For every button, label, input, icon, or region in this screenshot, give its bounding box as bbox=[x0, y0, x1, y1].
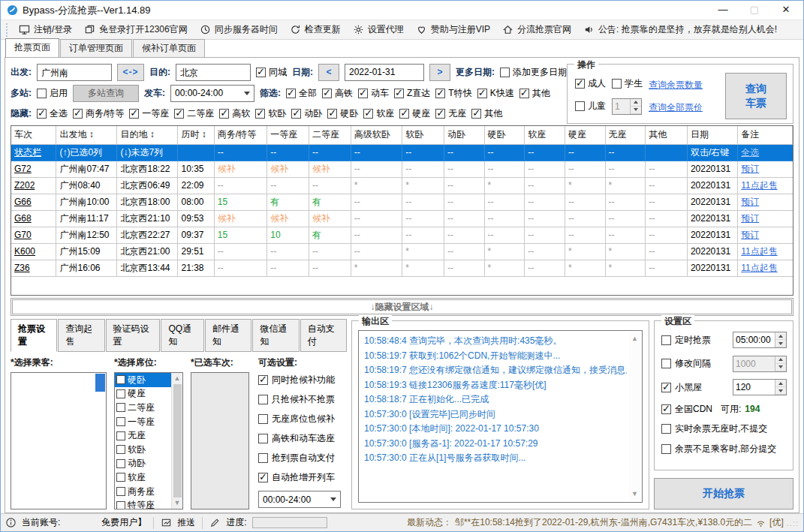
settings-tab[interactable]: 自动支付 bbox=[300, 319, 347, 352]
checkbox-box[interactable] bbox=[327, 109, 337, 119]
maximize-button[interactable]: ▢ bbox=[739, 1, 770, 20]
train-type-filter-checkbox[interactable]: 其他 bbox=[519, 87, 550, 100]
spin-down-icon[interactable] bbox=[775, 387, 786, 395]
checkbox-box[interactable] bbox=[471, 109, 481, 119]
column-header[interactable]: 出发地 ↕ bbox=[56, 126, 117, 144]
toolbar-item[interactable]: 设置代理 bbox=[348, 22, 409, 38]
checkbox-box[interactable] bbox=[258, 434, 268, 443]
hide-seat-checkbox[interactable]: 高软 bbox=[219, 107, 250, 120]
checkbox-box[interactable] bbox=[116, 459, 125, 468]
column-header[interactable]: 硬卧 bbox=[484, 126, 525, 144]
option-checkbox[interactable]: 无座席位也候补 bbox=[258, 413, 347, 425]
column-header[interactable]: 二等座 bbox=[309, 126, 351, 144]
checkbox-box[interactable] bbox=[116, 417, 125, 426]
table-row[interactable]: G70广州南12:50北京西22:2709:371510有-----------… bbox=[11, 227, 793, 243]
table-row[interactable]: G66广州南10:00北京西18:0008:0015有有------------… bbox=[11, 194, 793, 210]
option-checkbox[interactable]: 同时抢候补功能 bbox=[258, 374, 347, 386]
checkbox-box[interactable] bbox=[174, 109, 184, 119]
cell-action[interactable]: 11点起售 bbox=[738, 177, 793, 194]
checkbox-box[interactable] bbox=[363, 109, 373, 119]
checkbox-box[interactable] bbox=[500, 68, 510, 77]
cell-train[interactable]: G70 bbox=[11, 227, 56, 243]
checkbox-box[interactable] bbox=[661, 424, 671, 434]
checkbox-box[interactable] bbox=[258, 375, 268, 385]
checkbox-box[interactable] bbox=[399, 109, 409, 119]
cell-action[interactable]: 全选 bbox=[738, 144, 793, 161]
option-checkbox[interactable]: 自动抢增开列车 bbox=[258, 471, 347, 484]
scroll-down-icon[interactable]: ▼ bbox=[174, 500, 181, 506]
checkbox-box[interactable] bbox=[575, 79, 585, 89]
date-prev-button[interactable]: < bbox=[318, 64, 339, 81]
seat-option[interactable]: 硬卧 bbox=[115, 373, 171, 387]
minimize-button[interactable]: — bbox=[707, 1, 739, 20]
checkbox-box[interactable] bbox=[37, 109, 47, 119]
main-tab[interactable]: 候补订单页面 bbox=[133, 39, 205, 57]
seat-scrollbar[interactable]: ▲ ▼ bbox=[171, 373, 182, 509]
checkbox-box[interactable] bbox=[477, 89, 487, 98]
resize-grip[interactable]: ..:: bbox=[787, 518, 799, 527]
hide-seat-checkbox[interactable]: 其他 bbox=[471, 107, 502, 120]
output-log[interactable]: 10:58:48:4 查询完毕，本次查询共用时:435毫秒。10:58:19:7… bbox=[358, 330, 643, 503]
train-type-filter-checkbox[interactable]: Z直达 bbox=[394, 87, 430, 100]
interval-spinner[interactable]: 1000 bbox=[733, 356, 787, 372]
settings-tab[interactable]: 验证码设置 bbox=[106, 319, 161, 352]
checkbox-box[interactable] bbox=[258, 453, 268, 463]
checkbox-box[interactable] bbox=[258, 395, 268, 404]
settings-tab[interactable]: 邮件通知 bbox=[205, 319, 251, 352]
hide-seat-checkbox[interactable]: 动卧 bbox=[291, 107, 322, 120]
column-header[interactable]: 备注 bbox=[738, 126, 793, 144]
toolbar-item[interactable]: 注销/登录 bbox=[14, 22, 77, 38]
column-header[interactable]: 历时 ↕ bbox=[178, 126, 214, 144]
train-type-filter-checkbox[interactable]: K快速 bbox=[477, 87, 514, 100]
option-checkbox[interactable]: 高铁和动车选座 bbox=[258, 432, 347, 445]
date-next-button[interactable]: > bbox=[429, 64, 450, 81]
seat-option[interactable]: 硬座 bbox=[115, 387, 171, 401]
checkbox-box[interactable] bbox=[116, 445, 125, 454]
table-row[interactable]: Z202广州08:40北京西06:4922:09------**--*--**-… bbox=[11, 177, 793, 194]
cell-train[interactable]: G66 bbox=[11, 194, 56, 210]
toolbar-item[interactable]: 同步服务器时间 bbox=[194, 22, 283, 38]
checkbox-box[interactable] bbox=[661, 383, 671, 392]
cell-train[interactable]: Z202 bbox=[11, 177, 56, 194]
depart-input[interactable]: 广州南 bbox=[37, 64, 112, 81]
checkbox-box[interactable] bbox=[255, 109, 265, 119]
checkbox-box[interactable] bbox=[116, 501, 125, 509]
main-tab[interactable]: 抢票页面 bbox=[5, 38, 59, 57]
cell-action[interactable]: 预订 bbox=[738, 227, 793, 243]
checkbox-box[interactable] bbox=[286, 89, 296, 98]
depart-time-dropdown[interactable]: 00:00-24:00 bbox=[170, 85, 254, 102]
toolbar-item[interactable]: 公告: 抢票靠的是坚持，放弃就是给别人机会! bbox=[578, 22, 782, 38]
checkbox-box[interactable] bbox=[661, 335, 671, 345]
checkbox-box[interactable] bbox=[116, 431, 125, 440]
train-type-filter-checkbox[interactable]: 全部 bbox=[286, 87, 317, 100]
seat-option[interactable]: 软卧 bbox=[115, 443, 171, 457]
toolbar-grip[interactable] bbox=[6, 23, 10, 37]
checkbox-box[interactable] bbox=[358, 89, 368, 98]
train-type-filter-checkbox[interactable]: 动车 bbox=[358, 87, 389, 100]
checkbox-box[interactable] bbox=[116, 487, 125, 496]
checkbox-box[interactable] bbox=[116, 389, 125, 398]
hide-seat-checkbox[interactable]: 软卧 bbox=[255, 107, 286, 120]
hide-seat-checkbox[interactable]: 全选 bbox=[37, 107, 68, 120]
column-header[interactable]: 目的地 ↕ bbox=[117, 126, 178, 144]
blackroom-spinner[interactable]: 120 bbox=[733, 379, 787, 395]
push-label[interactable]: 推送 bbox=[177, 516, 195, 529]
settings-tab[interactable]: 微信通知 bbox=[252, 319, 299, 352]
checkbox-box[interactable] bbox=[73, 109, 83, 119]
checkbox-box[interactable] bbox=[256, 68, 266, 77]
same-city-checkbox[interactable]: 同城 bbox=[256, 66, 287, 79]
dest-input[interactable]: 北京 bbox=[176, 64, 251, 81]
checkbox-box[interactable] bbox=[258, 414, 268, 424]
cell-action[interactable]: 预订 bbox=[738, 210, 793, 227]
table-row[interactable]: G68广州南11:17北京西21:1009:53候补候补候补----------… bbox=[11, 210, 793, 227]
cell-train[interactable]: G68 bbox=[11, 210, 56, 227]
seat-option[interactable]: 二等座 bbox=[115, 401, 171, 415]
scroll-up-icon[interactable]: ▲ bbox=[631, 335, 638, 342]
selected-trains-listbox[interactable] bbox=[191, 372, 249, 509]
column-header[interactable]: 软卧 bbox=[402, 126, 444, 144]
toolbar-item[interactable]: 免登录打开12306官网 bbox=[79, 22, 192, 38]
output-scrollbar[interactable]: ▲ ▼ bbox=[629, 332, 640, 500]
checkbox-box[interactable] bbox=[575, 101, 585, 111]
table-row[interactable]: Z36广州16:06北京西13:4421:38------**--*--**--… bbox=[11, 260, 793, 276]
checkbox-box[interactable] bbox=[612, 79, 622, 89]
